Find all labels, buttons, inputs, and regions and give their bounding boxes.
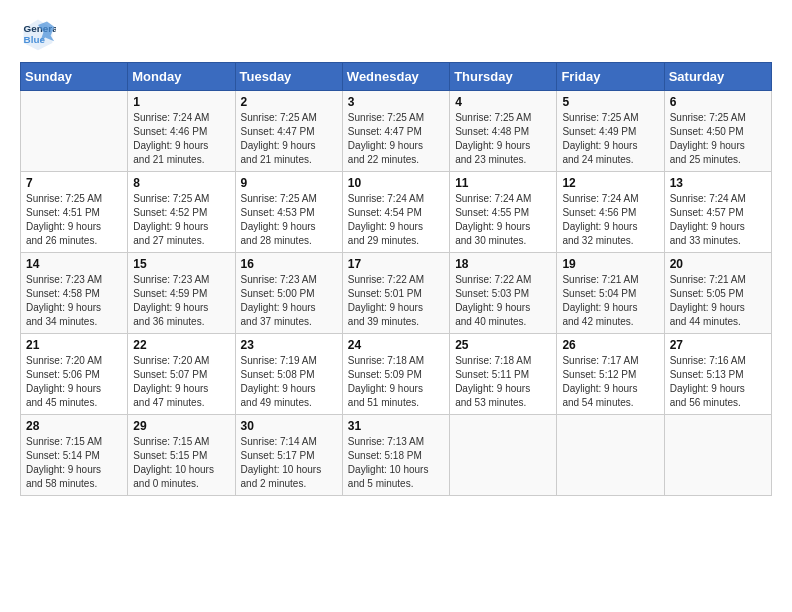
day-info: Sunrise: 7:25 AM Sunset: 4:47 PM Dayligh…: [241, 111, 337, 167]
calendar-cell: [450, 415, 557, 496]
calendar-cell: 22Sunrise: 7:20 AM Sunset: 5:07 PM Dayli…: [128, 334, 235, 415]
day-number: 29: [133, 419, 229, 433]
day-info: Sunrise: 7:14 AM Sunset: 5:17 PM Dayligh…: [241, 435, 337, 491]
day-number: 27: [670, 338, 766, 352]
calendar-week-1: 1Sunrise: 7:24 AM Sunset: 4:46 PM Daylig…: [21, 91, 772, 172]
day-info: Sunrise: 7:13 AM Sunset: 5:18 PM Dayligh…: [348, 435, 444, 491]
calendar-cell: 10Sunrise: 7:24 AM Sunset: 4:54 PM Dayli…: [342, 172, 449, 253]
day-info: Sunrise: 7:17 AM Sunset: 5:12 PM Dayligh…: [562, 354, 658, 410]
calendar-cell: 27Sunrise: 7:16 AM Sunset: 5:13 PM Dayli…: [664, 334, 771, 415]
logo: General Blue: [20, 16, 62, 52]
day-info: Sunrise: 7:21 AM Sunset: 5:05 PM Dayligh…: [670, 273, 766, 329]
calendar-cell: 16Sunrise: 7:23 AM Sunset: 5:00 PM Dayli…: [235, 253, 342, 334]
day-number: 2: [241, 95, 337, 109]
day-number: 11: [455, 176, 551, 190]
calendar-cell: 6Sunrise: 7:25 AM Sunset: 4:50 PM Daylig…: [664, 91, 771, 172]
page-header: General Blue: [20, 16, 772, 52]
calendar-header-row: SundayMondayTuesdayWednesdayThursdayFrid…: [21, 63, 772, 91]
day-info: Sunrise: 7:23 AM Sunset: 4:58 PM Dayligh…: [26, 273, 122, 329]
day-number: 14: [26, 257, 122, 271]
day-info: Sunrise: 7:18 AM Sunset: 5:09 PM Dayligh…: [348, 354, 444, 410]
calendar-cell: 24Sunrise: 7:18 AM Sunset: 5:09 PM Dayli…: [342, 334, 449, 415]
day-number: 16: [241, 257, 337, 271]
calendar-cell: 9Sunrise: 7:25 AM Sunset: 4:53 PM Daylig…: [235, 172, 342, 253]
day-number: 12: [562, 176, 658, 190]
calendar-cell: 25Sunrise: 7:18 AM Sunset: 5:11 PM Dayli…: [450, 334, 557, 415]
calendar-cell: 5Sunrise: 7:25 AM Sunset: 4:49 PM Daylig…: [557, 91, 664, 172]
header-sunday: Sunday: [21, 63, 128, 91]
calendar-cell: 18Sunrise: 7:22 AM Sunset: 5:03 PM Dayli…: [450, 253, 557, 334]
day-info: Sunrise: 7:21 AM Sunset: 5:04 PM Dayligh…: [562, 273, 658, 329]
day-info: Sunrise: 7:25 AM Sunset: 4:48 PM Dayligh…: [455, 111, 551, 167]
day-info: Sunrise: 7:18 AM Sunset: 5:11 PM Dayligh…: [455, 354, 551, 410]
calendar-cell: 20Sunrise: 7:21 AM Sunset: 5:05 PM Dayli…: [664, 253, 771, 334]
day-number: 24: [348, 338, 444, 352]
day-number: 28: [26, 419, 122, 433]
day-number: 17: [348, 257, 444, 271]
calendar-cell: 14Sunrise: 7:23 AM Sunset: 4:58 PM Dayli…: [21, 253, 128, 334]
calendar-week-3: 14Sunrise: 7:23 AM Sunset: 4:58 PM Dayli…: [21, 253, 772, 334]
day-number: 4: [455, 95, 551, 109]
calendar-cell: 31Sunrise: 7:13 AM Sunset: 5:18 PM Dayli…: [342, 415, 449, 496]
day-info: Sunrise: 7:19 AM Sunset: 5:08 PM Dayligh…: [241, 354, 337, 410]
day-info: Sunrise: 7:15 AM Sunset: 5:14 PM Dayligh…: [26, 435, 122, 491]
day-info: Sunrise: 7:16 AM Sunset: 5:13 PM Dayligh…: [670, 354, 766, 410]
day-info: Sunrise: 7:23 AM Sunset: 4:59 PM Dayligh…: [133, 273, 229, 329]
calendar-cell: 2Sunrise: 7:25 AM Sunset: 4:47 PM Daylig…: [235, 91, 342, 172]
day-number: 18: [455, 257, 551, 271]
day-number: 13: [670, 176, 766, 190]
calendar-cell: [557, 415, 664, 496]
day-info: Sunrise: 7:25 AM Sunset: 4:50 PM Dayligh…: [670, 111, 766, 167]
calendar-cell: 26Sunrise: 7:17 AM Sunset: 5:12 PM Dayli…: [557, 334, 664, 415]
calendar-cell: 1Sunrise: 7:24 AM Sunset: 4:46 PM Daylig…: [128, 91, 235, 172]
calendar-cell: 30Sunrise: 7:14 AM Sunset: 5:17 PM Dayli…: [235, 415, 342, 496]
calendar-cell: 8Sunrise: 7:25 AM Sunset: 4:52 PM Daylig…: [128, 172, 235, 253]
day-info: Sunrise: 7:22 AM Sunset: 5:03 PM Dayligh…: [455, 273, 551, 329]
calendar-cell: 11Sunrise: 7:24 AM Sunset: 4:55 PM Dayli…: [450, 172, 557, 253]
calendar-cell: 28Sunrise: 7:15 AM Sunset: 5:14 PM Dayli…: [21, 415, 128, 496]
header-monday: Monday: [128, 63, 235, 91]
day-info: Sunrise: 7:25 AM Sunset: 4:53 PM Dayligh…: [241, 192, 337, 248]
day-number: 15: [133, 257, 229, 271]
day-info: Sunrise: 7:24 AM Sunset: 4:46 PM Dayligh…: [133, 111, 229, 167]
day-number: 19: [562, 257, 658, 271]
calendar-cell: 17Sunrise: 7:22 AM Sunset: 5:01 PM Dayli…: [342, 253, 449, 334]
header-thursday: Thursday: [450, 63, 557, 91]
day-number: 30: [241, 419, 337, 433]
day-info: Sunrise: 7:25 AM Sunset: 4:52 PM Dayligh…: [133, 192, 229, 248]
day-number: 22: [133, 338, 229, 352]
day-info: Sunrise: 7:24 AM Sunset: 4:54 PM Dayligh…: [348, 192, 444, 248]
day-number: 21: [26, 338, 122, 352]
day-info: Sunrise: 7:22 AM Sunset: 5:01 PM Dayligh…: [348, 273, 444, 329]
day-number: 8: [133, 176, 229, 190]
day-number: 3: [348, 95, 444, 109]
day-info: Sunrise: 7:25 AM Sunset: 4:49 PM Dayligh…: [562, 111, 658, 167]
day-info: Sunrise: 7:15 AM Sunset: 5:15 PM Dayligh…: [133, 435, 229, 491]
calendar-week-2: 7Sunrise: 7:25 AM Sunset: 4:51 PM Daylig…: [21, 172, 772, 253]
calendar-cell: 4Sunrise: 7:25 AM Sunset: 4:48 PM Daylig…: [450, 91, 557, 172]
day-number: 31: [348, 419, 444, 433]
calendar-cell: [21, 91, 128, 172]
calendar-cell: 13Sunrise: 7:24 AM Sunset: 4:57 PM Dayli…: [664, 172, 771, 253]
calendar-cell: 19Sunrise: 7:21 AM Sunset: 5:04 PM Dayli…: [557, 253, 664, 334]
header-saturday: Saturday: [664, 63, 771, 91]
day-number: 10: [348, 176, 444, 190]
day-number: 5: [562, 95, 658, 109]
calendar-cell: 7Sunrise: 7:25 AM Sunset: 4:51 PM Daylig…: [21, 172, 128, 253]
calendar-cell: 23Sunrise: 7:19 AM Sunset: 5:08 PM Dayli…: [235, 334, 342, 415]
day-info: Sunrise: 7:25 AM Sunset: 4:47 PM Dayligh…: [348, 111, 444, 167]
day-number: 26: [562, 338, 658, 352]
calendar-cell: 3Sunrise: 7:25 AM Sunset: 4:47 PM Daylig…: [342, 91, 449, 172]
calendar-table: SundayMondayTuesdayWednesdayThursdayFrid…: [20, 62, 772, 496]
day-info: Sunrise: 7:24 AM Sunset: 4:56 PM Dayligh…: [562, 192, 658, 248]
day-number: 6: [670, 95, 766, 109]
day-number: 23: [241, 338, 337, 352]
header-tuesday: Tuesday: [235, 63, 342, 91]
header-wednesday: Wednesday: [342, 63, 449, 91]
calendar-week-5: 28Sunrise: 7:15 AM Sunset: 5:14 PM Dayli…: [21, 415, 772, 496]
day-info: Sunrise: 7:23 AM Sunset: 5:00 PM Dayligh…: [241, 273, 337, 329]
day-info: Sunrise: 7:24 AM Sunset: 4:55 PM Dayligh…: [455, 192, 551, 248]
day-info: Sunrise: 7:24 AM Sunset: 4:57 PM Dayligh…: [670, 192, 766, 248]
calendar-cell: 21Sunrise: 7:20 AM Sunset: 5:06 PM Dayli…: [21, 334, 128, 415]
day-number: 25: [455, 338, 551, 352]
